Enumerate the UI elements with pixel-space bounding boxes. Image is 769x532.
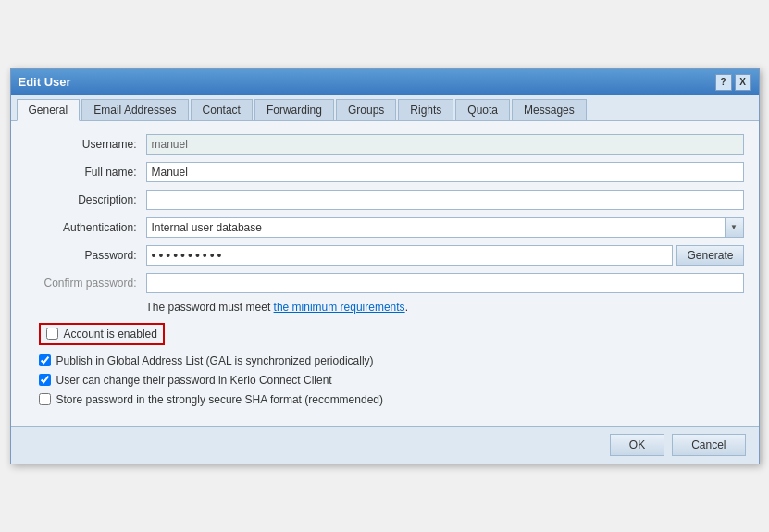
username-row: Username:: [26, 134, 744, 155]
select-arrow-icon: ▼: [726, 217, 744, 238]
password-input-wrapper: Generate: [146, 245, 744, 266]
tab-rights[interactable]: Rights: [398, 99, 453, 120]
fullname-field[interactable]: [146, 162, 744, 182]
dialog-footer: OK Cancel: [11, 426, 759, 464]
fullname-row: Full name:: [26, 162, 744, 182]
description-field[interactable]: [146, 190, 744, 210]
publish-gal-row: Publish in Global Address List (GAL is s…: [39, 354, 744, 367]
authentication-select-wrapper: Internal user database Active Directory …: [146, 217, 744, 238]
confirm-password-field[interactable]: [146, 273, 744, 293]
dialog-titlebar: Edit User ? X: [11, 69, 759, 95]
generate-button[interactable]: Generate: [676, 245, 743, 266]
password-notice-post: .: [405, 301, 408, 314]
user-change-password-row: User can change their password in Kerio …: [39, 374, 744, 387]
password-label: Password:: [26, 249, 146, 262]
titlebar-buttons: ? X: [715, 74, 751, 91]
store-sha-row: Store password in the strongly secure SH…: [39, 393, 744, 406]
password-notice: The password must meet the minimum requi…: [146, 301, 744, 314]
tabs-bar: General Email Addresses Contact Forwardi…: [11, 95, 759, 121]
cancel-button[interactable]: Cancel: [672, 434, 745, 456]
description-label: Description:: [26, 193, 146, 206]
password-notice-pre: The password must meet: [146, 301, 274, 314]
publish-gal-label[interactable]: Publish in Global Address List (GAL is s…: [56, 354, 374, 367]
user-change-password-label[interactable]: User can change their password in Kerio …: [56, 374, 332, 387]
username-field[interactable]: [146, 134, 744, 155]
store-sha-label[interactable]: Store password in the strongly secure SH…: [56, 393, 383, 406]
description-row: Description:: [26, 190, 744, 210]
tab-contact[interactable]: Contact: [191, 99, 253, 120]
edit-user-dialog: Edit User ? X General Email Addresses Co…: [10, 68, 760, 464]
publish-gal-checkbox[interactable]: [39, 354, 51, 366]
password-field[interactable]: [146, 245, 674, 266]
store-sha-checkbox[interactable]: [39, 393, 51, 405]
tab-groups[interactable]: Groups: [336, 99, 396, 120]
authentication-label: Authentication:: [26, 221, 146, 234]
authentication-select[interactable]: Internal user database Active Directory: [146, 217, 726, 238]
fullname-label: Full name:: [26, 166, 146, 179]
account-enabled-row: Account is enabled: [39, 323, 165, 345]
confirm-password-label: Confirm password:: [26, 277, 146, 290]
tab-general[interactable]: General: [17, 99, 81, 121]
user-change-password-checkbox[interactable]: [39, 374, 51, 386]
dialog-body: Username: Full name: Description: Authen…: [11, 121, 759, 426]
username-label: Username:: [26, 138, 146, 151]
tab-forwarding[interactable]: Forwarding: [254, 99, 334, 120]
help-button[interactable]: ?: [715, 74, 732, 91]
dialog-title: Edit User: [19, 75, 71, 89]
ok-button[interactable]: OK: [610, 434, 664, 456]
account-enabled-checkbox[interactable]: [46, 328, 58, 340]
account-enabled-label[interactable]: Account is enabled: [64, 328, 157, 340]
confirm-password-row: Confirm password:: [26, 273, 744, 293]
password-row: Password: Generate: [26, 245, 744, 266]
minimum-requirements-link[interactable]: the minimum requirements: [274, 301, 405, 314]
tab-quota[interactable]: Quota: [455, 99, 510, 120]
close-button[interactable]: X: [735, 74, 751, 91]
authentication-row: Authentication: Internal user database A…: [26, 217, 744, 238]
tab-email-addresses[interactable]: Email Addresses: [81, 99, 188, 120]
tab-messages[interactable]: Messages: [512, 99, 587, 120]
